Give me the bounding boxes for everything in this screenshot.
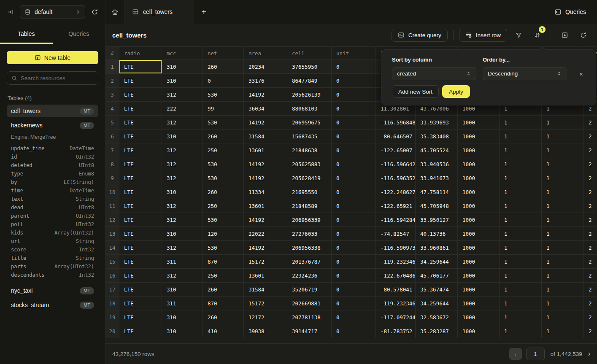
filter-button[interactable] [511, 29, 526, 42]
cell-area[interactable]: 14192 [244, 157, 287, 171]
cell-samples[interactable]: 1 [500, 269, 542, 283]
cell-range[interactable]: 1000 [458, 241, 500, 255]
collapse-sidebar-icon[interactable] [5, 7, 16, 17]
cell-lat[interactable]: 47.758114 [416, 185, 458, 199]
cell-cell[interactable]: 206959675 [287, 116, 332, 129]
cell-cell[interactable]: 206956338 [287, 241, 332, 255]
cell-cell[interactable]: 206956339 [287, 213, 332, 227]
cell-created[interactable]: 2 [584, 255, 597, 269]
cell-created[interactable]: 2 [584, 116, 597, 129]
cell-created[interactable]: 2 [584, 129, 597, 143]
cell-changeable[interactable]: 1 [542, 255, 584, 269]
cell-radio[interactable]: LTE [119, 143, 162, 157]
cell-samples[interactable]: 1 [500, 283, 542, 297]
cell-unit[interactable]: 0 [332, 283, 376, 297]
cell-range[interactable]: 1000 [458, 157, 500, 171]
cell-area[interactable]: 12172 [244, 310, 287, 324]
cell-radio[interactable]: LTE [119, 60, 162, 74]
cell-net[interactable]: 260 [203, 185, 244, 199]
cell-cell[interactable]: 201376787 [287, 255, 332, 269]
cell-net[interactable]: 99 [203, 102, 244, 116]
cell-mcc[interactable]: 310 [162, 227, 203, 241]
cell-lon[interactable]: -117.097244 [376, 310, 416, 324]
cell-unit[interactable]: 0 [332, 227, 376, 241]
cell-area[interactable]: 14192 [244, 241, 287, 255]
cell-net[interactable]: 260 [203, 310, 244, 324]
cell-unit[interactable]: 0 [332, 199, 376, 213]
column-header-net[interactable]: net [203, 47, 244, 60]
remove-sort-button[interactable]: × [579, 70, 583, 78]
cell-created[interactable]: 2 [584, 310, 597, 324]
column-header-unit[interactable]: unit [332, 47, 376, 60]
sidebar-item-hackernews[interactable]: hackernews MT [7, 119, 98, 132]
cell-mcc[interactable]: 310 [162, 310, 203, 324]
cell-unit[interactable]: 0 [332, 297, 376, 310]
cell-created[interactable]: 2 [584, 185, 597, 199]
cell-lat[interactable]: 45.706177 [416, 269, 458, 283]
cell-lat[interactable]: 35.383408 [416, 129, 458, 143]
cell-changeable[interactable]: 1 [542, 310, 584, 324]
cell-samples[interactable]: 1 [500, 227, 542, 241]
apply-sort-button[interactable]: Apply [442, 85, 470, 98]
cell-changeable[interactable]: 1 [542, 157, 584, 171]
cell-mcc[interactable]: 310 [162, 283, 203, 297]
cell-radio[interactable]: LTE [119, 283, 162, 297]
cell-mcc[interactable]: 311 [162, 255, 203, 269]
cell-net[interactable]: 870 [203, 297, 244, 310]
download-button[interactable] [557, 29, 572, 42]
cell-mcc[interactable]: 310 [162, 60, 203, 74]
cell-mcc[interactable]: 312 [162, 241, 203, 255]
new-table-button[interactable]: New table [7, 51, 98, 64]
cell-net[interactable]: 410 [203, 324, 244, 338]
add-new-sort-button[interactable]: Add new Sort [392, 85, 439, 98]
cell-lon[interactable]: -116.596352 [376, 171, 416, 185]
cell-created[interactable]: 2 [584, 171, 597, 185]
cell-range[interactable]: 1000 [458, 310, 500, 324]
cell-samples[interactable]: 1 [500, 213, 542, 227]
cell-changeable[interactable]: 1 [542, 143, 584, 157]
cell-cell[interactable]: 205626139 [287, 88, 332, 102]
cell-changeable[interactable]: 1 [542, 199, 584, 213]
cell-area[interactable]: 13601 [244, 269, 287, 283]
cell-samples[interactable]: 1 [500, 310, 542, 324]
cell-net[interactable]: 530 [203, 88, 244, 102]
cell-area[interactable]: 13601 [244, 199, 287, 213]
cell-range[interactable]: 1000 [458, 199, 500, 213]
page-number-input[interactable] [526, 348, 545, 360]
cell-cell[interactable]: 27276033 [287, 227, 332, 241]
cell-created[interactable]: 2 [584, 297, 597, 310]
cell-net[interactable]: 530 [203, 213, 244, 227]
cell-radio[interactable]: LTE [119, 102, 162, 116]
cell-changeable[interactable]: 1 [542, 324, 584, 338]
cell-created[interactable]: 2 [584, 227, 597, 241]
cell-unit[interactable]: 0 [332, 74, 376, 88]
cell-range[interactable]: 1000 [458, 297, 500, 310]
cell-unit[interactable]: 0 [332, 324, 376, 338]
cell-range[interactable]: 1000 [458, 283, 500, 297]
cell-samples[interactable]: 1 [500, 129, 542, 143]
cell-net[interactable]: 530 [203, 241, 244, 255]
cell-area[interactable]: 11334 [244, 185, 287, 199]
queries-button[interactable]: Queries [554, 0, 586, 24]
cell-net[interactable]: 250 [203, 199, 244, 213]
cell-lon[interactable]: -119.232346 [376, 297, 416, 310]
cell-range[interactable]: 1000 [458, 255, 500, 269]
cell-lon[interactable]: -81.783752 [376, 324, 416, 338]
cell-changeable[interactable]: 1 [542, 185, 584, 199]
cell-lat[interactable]: 33.941673 [416, 171, 458, 185]
cell-unit[interactable]: 0 [332, 129, 376, 143]
cell-cell[interactable]: 22324236 [287, 269, 332, 283]
cell-samples[interactable]: 1 [500, 171, 542, 185]
cell-lat[interactable]: 40.13736 [416, 227, 458, 241]
cell-lon[interactable]: -122.248627 [376, 185, 416, 199]
cell-net[interactable]: 260 [203, 60, 244, 74]
cell-radio[interactable]: LTE [119, 129, 162, 143]
cell-lat[interactable]: 34.259644 [416, 255, 458, 269]
cell-net[interactable]: 260 [203, 283, 244, 297]
cell-samples[interactable]: 1 [500, 116, 542, 129]
cell-created[interactable]: 2 [584, 241, 597, 255]
row-number-header[interactable]: # [105, 47, 119, 60]
column-header-cell[interactable]: cell [287, 47, 332, 60]
cell-created[interactable]: 2 [584, 283, 597, 297]
cell-unit[interactable]: 0 [332, 269, 376, 283]
